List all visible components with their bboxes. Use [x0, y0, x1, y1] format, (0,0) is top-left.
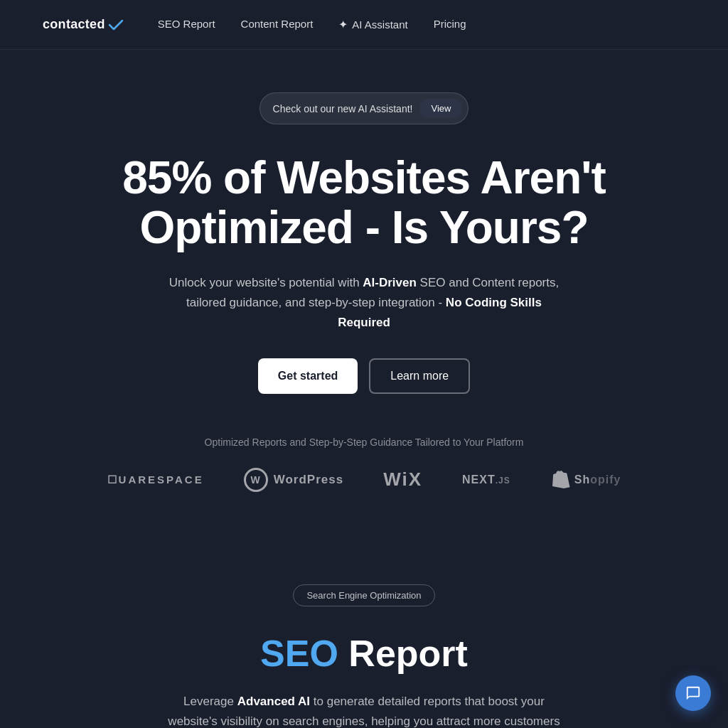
nav-item-ai-assistant[interactable]: ✦ AI Assistant: [338, 18, 407, 31]
navbar: contacted SEO Report Content Report ✦ AI…: [0, 0, 728, 50]
announcement-badge: Check out our new AI Assistant! View: [259, 92, 469, 124]
nav-link-ai-assistant[interactable]: ✦ AI Assistant: [338, 18, 407, 31]
hero-buttons: Get started Learn more: [258, 358, 470, 394]
announcement-view-button[interactable]: View: [419, 99, 462, 118]
seo-section: Search Engine Optimization SEO Report Le…: [0, 528, 728, 728]
chat-button[interactable]: [675, 675, 711, 711]
logo-text: contacted: [43, 17, 105, 32]
logo-checkmark-icon: [108, 19, 124, 31]
seo-section-title: SEO Report: [260, 632, 468, 675]
ai-wand-icon: ✦: [338, 18, 348, 31]
shopify-bag-icon: [550, 469, 570, 491]
seo-title-plain: Report: [338, 633, 468, 674]
nav-item-pricing[interactable]: Pricing: [434, 18, 466, 31]
hero-subtitle: Unlock your website's potential with AI-…: [165, 273, 563, 333]
logo-squarespace: ☐UARESPACE: [87, 473, 224, 486]
seo-desc-bold: Advanced AI: [237, 695, 310, 708]
chat-icon: [685, 685, 701, 701]
logo-shopify: Shopify: [530, 469, 641, 491]
platforms-section: Optimized Reports and Step-by-Step Guida…: [14, 437, 714, 492]
nav-link-pricing[interactable]: Pricing: [434, 18, 466, 30]
nav-link-seo-report[interactable]: SEO Report: [158, 18, 215, 30]
logo-wordpress: W WordPress: [224, 468, 363, 492]
nav-item-content-report[interactable]: Content Report: [241, 18, 314, 31]
subtitle-plain1: Unlock your website's potential with: [169, 276, 363, 289]
wordpress-circle-icon: W: [244, 468, 268, 492]
logos-row: ☐UARESPACE W WordPress WiX NEXT.JS Shopi…: [43, 468, 685, 492]
seo-description: Leverage Advanced AI to generate detaile…: [165, 692, 563, 728]
seo-title-blue: SEO: [260, 633, 338, 674]
nav-links: SEO Report Content Report ✦ AI Assistant…: [158, 18, 466, 31]
announcement-text: Check out our new AI Assistant!: [273, 103, 413, 114]
hero-section: Check out our new AI Assistant! View 85%…: [0, 50, 728, 528]
get-started-button[interactable]: Get started: [258, 358, 358, 394]
platforms-label: Optimized Reports and Step-by-Step Guida…: [43, 437, 685, 448]
logo[interactable]: contacted: [43, 17, 124, 32]
logo-wix: WiX: [363, 469, 442, 491]
subtitle-highlight1: AI-Driven: [363, 276, 417, 289]
seo-badge-text: Search Engine Optimization: [306, 590, 421, 601]
hero-title: 85% of Websites Aren't Optimized - Is Yo…: [115, 153, 613, 253]
nav-link-content-report[interactable]: Content Report: [241, 18, 314, 30]
nav-item-seo-report[interactable]: SEO Report: [158, 18, 215, 31]
seo-desc-plain1: Leverage: [183, 695, 237, 708]
logo-nextjs: NEXT.JS: [442, 473, 530, 486]
seo-section-badge: Search Engine Optimization: [293, 584, 434, 606]
learn-more-button[interactable]: Learn more: [369, 358, 470, 394]
